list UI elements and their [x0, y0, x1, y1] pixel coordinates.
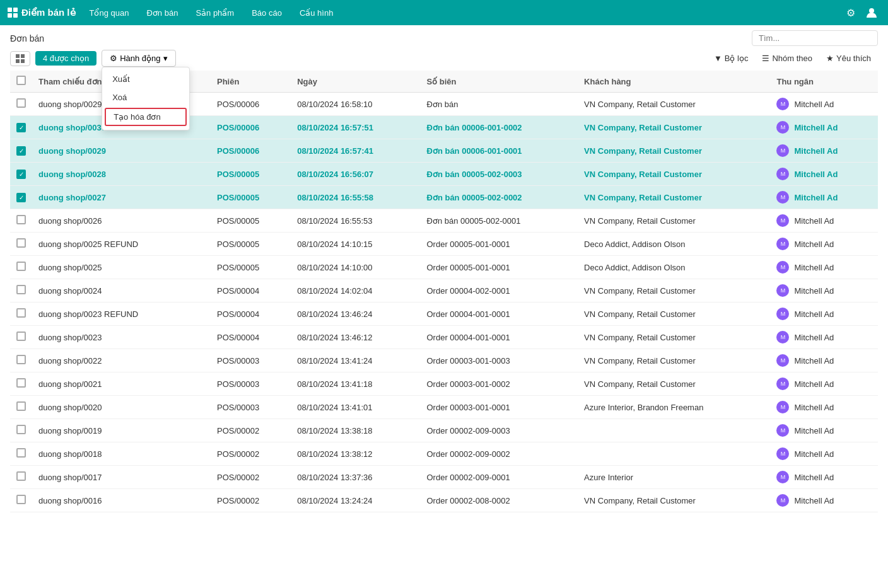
select-all-checkbox[interactable]: [16, 76, 26, 85]
favorites-button[interactable]: ★ Yêu thích: [819, 50, 878, 67]
row-checkbox[interactable]: [16, 331, 26, 341]
table-row[interactable]: duong shop/0018POS/0000208/10/2024 13:38…: [10, 442, 878, 466]
row-ref[interactable]: duong shop/0026: [32, 209, 211, 233]
row-ref[interactable]: duong shop/0025: [32, 256, 211, 279]
nav-bao-cao[interactable]: Báo cáo: [243, 0, 291, 25]
row-order-ref: Đơn bán 00006-001-0002: [421, 116, 578, 139]
row-ref[interactable]: duong shop/0028: [32, 163, 211, 186]
orders-table-container: Tham chiếu đơn hàng Phiên Ngày Số biên K…: [0, 71, 888, 512]
grid-view-button[interactable]: [10, 51, 30, 66]
group-button[interactable]: ☰ Nhóm theo: [755, 50, 819, 67]
row-checkbox[interactable]: [16, 448, 26, 458]
row-ref[interactable]: duong shop/0017: [32, 466, 211, 489]
settings-icon[interactable]: ⚙: [844, 4, 858, 21]
dropdown-item-xuat[interactable]: Xuất: [102, 70, 189, 88]
row-checkbox[interactable]: [16, 495, 26, 504]
row-checkbox[interactable]: ✓: [16, 146, 26, 156]
svg-rect-4: [21, 59, 25, 63]
action-button[interactable]: ⚙ Hành động ▾: [102, 50, 175, 67]
row-checkbox[interactable]: [16, 285, 26, 294]
row-ref[interactable]: duong shop/0020: [32, 396, 211, 419]
row-checkbox[interactable]: [16, 262, 26, 271]
header-date[interactable]: Ngày: [291, 71, 420, 93]
header-customer[interactable]: Khách hàng: [578, 71, 770, 93]
row-ref[interactable]: duong shop/0027: [32, 186, 211, 209]
row-checkbox-cell: [10, 419, 32, 442]
row-ref[interactable]: duong shop/0025 REFUND: [32, 233, 211, 256]
row-cashier: MMitchell Ad: [770, 349, 878, 372]
sub-header: Đơn bán: [0, 25, 888, 46]
row-checkbox[interactable]: [16, 355, 26, 364]
table-row[interactable]: duong shop/0021POS/0000308/10/2024 13:41…: [10, 372, 878, 396]
table-row[interactable]: duong shop/0022POS/0000308/10/2024 13:41…: [10, 349, 878, 372]
row-ref[interactable]: duong shop/0016: [32, 489, 211, 512]
row-checkbox[interactable]: [16, 401, 26, 411]
row-ref[interactable]: duong shop/0022: [32, 349, 211, 372]
row-ref[interactable]: duong shop/0019: [32, 419, 211, 442]
nav-cau-hinh[interactable]: Cấu hình: [291, 0, 342, 25]
table-row[interactable]: ✓duong shop/0027POS/0000508/10/2024 16:5…: [10, 186, 878, 209]
cashier-name: Mitchell Ad: [794, 100, 834, 109]
header-checkbox[interactable]: [10, 71, 32, 93]
filter-button[interactable]: ▼ Bộ lọc: [707, 50, 756, 67]
table-row[interactable]: duong shop/0020POS/0000308/10/2024 13:41…: [10, 396, 878, 419]
row-checkbox[interactable]: [16, 238, 26, 248]
row-ref[interactable]: duong shop/0021: [32, 372, 211, 396]
table-row[interactable]: duong shop/0016POS/0000208/10/2024 13:24…: [10, 489, 878, 512]
table-row[interactable]: duong shop/0023POS/0000408/10/2024 13:46…: [10, 326, 878, 349]
table-row[interactable]: duong shop/0019POS/0000208/10/2024 13:38…: [10, 419, 878, 442]
row-ref[interactable]: duong shop/0023 REFUND: [32, 303, 211, 326]
row-cashier: MMitchell Ad: [770, 116, 878, 139]
table-row[interactable]: duong shop/0025 REFUNDPOS/0000508/10/202…: [10, 233, 878, 256]
table-row[interactable]: duong shop/0023 REFUNDPOS/0000408/10/202…: [10, 303, 878, 326]
row-ref[interactable]: duong shop/0029: [32, 139, 211, 163]
row-checkbox[interactable]: [16, 98, 26, 108]
dropdown-item-tao-hoa-don[interactable]: Tạo hóa đơn: [105, 108, 187, 126]
cashier-name: Mitchell Ad: [794, 426, 834, 435]
row-checkbox[interactable]: [16, 471, 26, 481]
row-date: 08/10/2024 16:57:51: [291, 116, 420, 139]
row-checkbox[interactable]: [16, 378, 26, 388]
table-row[interactable]: duong shop/0025POS/0000508/10/2024 14:10…: [10, 256, 878, 279]
row-order-ref: Order 00002-009-0001: [421, 466, 578, 489]
row-checkbox[interactable]: ✓: [16, 170, 26, 179]
action-dropdown-menu: Xuất Xoá Tạo hóa đơn: [102, 67, 190, 130]
table-row[interactable]: duong shop/0026POS/0000508/10/2024 16:55…: [10, 209, 878, 233]
row-checkbox-cell: [10, 326, 32, 349]
row-customer: VN Company, Retail Customer: [578, 116, 770, 139]
avatar: M: [776, 471, 789, 483]
row-ref[interactable]: duong shop/0023: [32, 326, 211, 349]
table-row[interactable]: duong shop/0017POS/0000208/10/2024 13:37…: [10, 466, 878, 489]
row-checkbox-cell: ✓: [10, 116, 32, 139]
row-checkbox[interactable]: [16, 215, 26, 224]
header-cashier[interactable]: Thu ngân: [770, 71, 878, 93]
dropdown-item-xoa[interactable]: Xoá: [102, 88, 189, 107]
row-ref[interactable]: duong shop/0018: [32, 442, 211, 466]
table-row[interactable]: duong shop/0024POS/0000408/10/2024 14:02…: [10, 279, 878, 303]
nav-tong-quan[interactable]: Tổng quan: [81, 0, 138, 25]
row-checkbox[interactable]: ✓: [16, 123, 26, 132]
header-order-ref[interactable]: Số biên: [421, 71, 578, 93]
table-row[interactable]: ✓duong shop/0028POS/0000508/10/2024 16:5…: [10, 163, 878, 186]
nav-don-ban[interactable]: Đơn bán: [137, 0, 187, 25]
row-checkbox[interactable]: [16, 425, 26, 434]
row-date: 08/10/2024 13:24:24: [291, 489, 420, 512]
row-checkbox-cell: ✓: [10, 163, 32, 186]
toolbar: 4 được chọn ⚙ Hành động ▾ Xuất Xoá Tạo h…: [0, 46, 888, 71]
app-logo[interactable]: Điểm bán lẻ: [8, 7, 76, 18]
row-checkbox[interactable]: [16, 308, 26, 318]
avatar: M: [776, 214, 789, 227]
search-input[interactable]: [752, 30, 878, 46]
nav-san-pham[interactable]: Sản phẩm: [187, 0, 243, 25]
row-customer: VN Company, Retail Customer: [578, 279, 770, 303]
row-customer: Deco Addict, Addison Olson: [578, 256, 770, 279]
row-ref[interactable]: duong shop/0024: [32, 279, 211, 303]
grid-icon: [8, 8, 18, 18]
header-session[interactable]: Phiên: [211, 71, 291, 93]
user-icon[interactable]: [863, 4, 880, 21]
table-body: duong shop/0029 HOÀN TIỀNPOS/0000608/10/…: [10, 93, 878, 512]
avatar: M: [776, 331, 789, 343]
row-customer: [578, 442, 770, 466]
table-row[interactable]: ✓duong shop/0029POS/0000608/10/2024 16:5…: [10, 139, 878, 163]
row-checkbox[interactable]: ✓: [16, 193, 26, 202]
